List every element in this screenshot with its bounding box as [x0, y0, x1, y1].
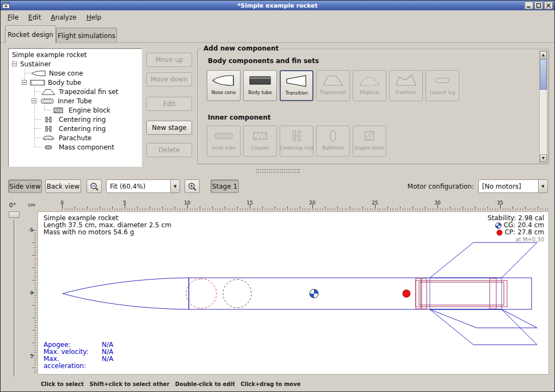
- ruler-unit-label: cm: [26, 200, 38, 210]
- engine-block-icon: [357, 128, 381, 144]
- minimize-icon: [526, 3, 532, 8]
- application-window: *Simple example rocket File Edit Analyze…: [0, 0, 555, 392]
- fin-upper-outline: [430, 242, 537, 278]
- maximize-button[interactable]: [534, 2, 543, 9]
- chevron-down-icon[interactable]: ▼: [170, 180, 180, 192]
- motor-configuration-select[interactable]: [No motors] ▼: [478, 179, 548, 193]
- cg-marker: [310, 289, 318, 298]
- tree-item-fin-set[interactable]: Trapezoidal fin set: [9, 87, 141, 96]
- add-freeform-fin-button[interactable]: Freeform: [389, 70, 423, 101]
- motor-configuration-label: Motor configuration:: [408, 183, 474, 190]
- add-elliptical-fin-button[interactable]: Elliptical: [353, 70, 386, 101]
- move-up-label: Move up: [155, 56, 183, 64]
- bulkhead-icon: [321, 128, 345, 144]
- menu-help[interactable]: Help: [82, 11, 106, 23]
- tree-item-centering-ring-1[interactable]: Centering ring: [9, 115, 141, 124]
- title-bar[interactable]: *Simple example rocket: [1, 1, 554, 10]
- edit-button[interactable]: Edit: [146, 97, 192, 111]
- tab-rocket-design[interactable]: Rocket design: [5, 26, 56, 43]
- delete-button[interactable]: Delete: [146, 143, 192, 157]
- rotation-slider-track[interactable]: [14, 220, 15, 377]
- tree-item-body-tube[interactable]: Body tube: [9, 78, 141, 87]
- zoom-level-select[interactable]: Fit (60.4%) ▼: [106, 179, 180, 193]
- minimize-button[interactable]: [525, 2, 533, 9]
- close-button[interactable]: [544, 2, 553, 9]
- splitter-handle[interactable]: [256, 169, 300, 170]
- add-transition-button[interactable]: Transition: [280, 70, 313, 101]
- collapse-handle-icon[interactable]: [22, 80, 27, 85]
- add-inner-tube-button[interactable]: Inner tube: [207, 126, 240, 157]
- add-component-title: Add new component: [201, 45, 281, 52]
- inner-component-label: Inner component: [208, 114, 270, 121]
- menu-file[interactable]: File: [3, 11, 23, 23]
- mass-component-outline: [223, 279, 251, 308]
- add-engine-block-button[interactable]: Engine block: [353, 126, 386, 157]
- chevron-down-icon[interactable]: ▼: [538, 180, 547, 192]
- tree-item-sustainer[interactable]: Sustainer: [9, 59, 141, 69]
- scroll-down-icon[interactable]: ▼: [540, 154, 547, 162]
- add-centering-ring-button[interactable]: Centering ring: [280, 126, 313, 157]
- side-view-button[interactable]: Side view: [8, 179, 42, 193]
- maximize-icon: [536, 3, 541, 8]
- ruler-label: 30: [434, 200, 440, 206]
- stage-1-toggle[interactable]: Stage 1: [211, 179, 239, 193]
- zoom-out-icon: [89, 182, 99, 191]
- splitter-handle[interactable]: [256, 172, 300, 173]
- stage-1-label: Stage 1: [212, 183, 237, 190]
- tab-flight-simulations[interactable]: Flight simulations: [56, 28, 117, 43]
- flight-data: Apogee:N/A Max. velocity:N/A Max. accele…: [44, 341, 113, 370]
- trapezoidal-fin-icon: [321, 73, 345, 88]
- new-stage-label: New stage: [152, 124, 186, 132]
- move-up-button[interactable]: Move up: [146, 53, 192, 67]
- ruler-label: 20: [309, 200, 315, 206]
- tree-item-parachute[interactable]: Parachute: [9, 133, 141, 142]
- back-view-button[interactable]: Back view: [45, 179, 81, 193]
- fin-lower-outline: [430, 309, 537, 345]
- delete-label: Delete: [158, 146, 180, 154]
- tree-item-label: Sustainer: [20, 60, 51, 68]
- add-body-tube-button[interactable]: Body tube: [243, 70, 277, 101]
- coupler-icon: [248, 128, 272, 144]
- rotation-control: 0°: [4, 198, 26, 376]
- menu-analyze[interactable]: Analyze: [46, 11, 81, 23]
- tree-item-rocket[interactable]: Simple example rocket: [9, 50, 141, 59]
- add-nose-cone-button[interactable]: Nose cone: [207, 70, 240, 101]
- component-panel-scrollbar[interactable]: ▲ ▼: [539, 51, 547, 163]
- status-hint-text: Click to select Shift+click to select ot…: [41, 381, 301, 387]
- tree-item-inner-tube[interactable]: Inner Tube: [9, 96, 141, 105]
- collapse-handle-icon[interactable]: [12, 61, 17, 66]
- mach-condition: at M=0.30: [488, 236, 544, 243]
- trapezoidal-fin-icon: [41, 89, 56, 95]
- nose-cone-icon: [31, 70, 46, 77]
- scroll-up-icon[interactable]: ▲: [540, 51, 547, 59]
- tree-item-centering-ring-2[interactable]: Centering ring: [9, 124, 141, 133]
- centering-ring-icon: [41, 126, 56, 132]
- move-down-button[interactable]: Move down: [146, 72, 192, 86]
- new-stage-button[interactable]: New stage: [146, 121, 192, 135]
- tree-item-nose-cone[interactable]: Nose cone: [9, 69, 141, 78]
- zoom-level-value: Fit (60.4%): [107, 180, 170, 192]
- motor-configuration-value: [No motors]: [479, 180, 538, 192]
- tree-item-mass-component[interactable]: Mass component: [9, 142, 141, 152]
- tree-item-label: Simple example rocket: [12, 51, 87, 59]
- body-tube-icon: [30, 79, 45, 86]
- tree-item-label: Nose cone: [49, 70, 83, 77]
- zoom-in-button[interactable]: [184, 179, 200, 193]
- collapse-handle-icon[interactable]: [32, 98, 36, 103]
- add-trapezoidal-fin-button[interactable]: Trapezoidal: [316, 70, 350, 101]
- centering-ring-icon: [41, 116, 56, 123]
- menu-edit[interactable]: Edit: [23, 11, 46, 23]
- component-tree[interactable]: Simple example rocket Sustainer Nose con…: [8, 48, 142, 167]
- rocket-drawing[interactable]: [38, 212, 548, 374]
- scrollbar-thumb[interactable]: [540, 59, 547, 90]
- ruler-label: 10: [184, 200, 190, 206]
- rotation-slider-thumb[interactable]: [9, 211, 20, 218]
- nose-cone-outline: [63, 278, 189, 309]
- zoom-out-button[interactable]: [87, 179, 102, 193]
- tree-item-engine-block[interactable]: Engine block: [9, 105, 141, 115]
- rocket-design-canvas[interactable]: Simple example rocket Length 37.5 cm, ma…: [38, 211, 549, 375]
- add-bulkhead-button[interactable]: Bulkhead: [316, 126, 350, 157]
- tab-separator: [1, 42, 554, 43]
- add-launch-lug-button[interactable]: Launch lug: [425, 70, 459, 101]
- add-coupler-button[interactable]: Coupler: [243, 126, 277, 157]
